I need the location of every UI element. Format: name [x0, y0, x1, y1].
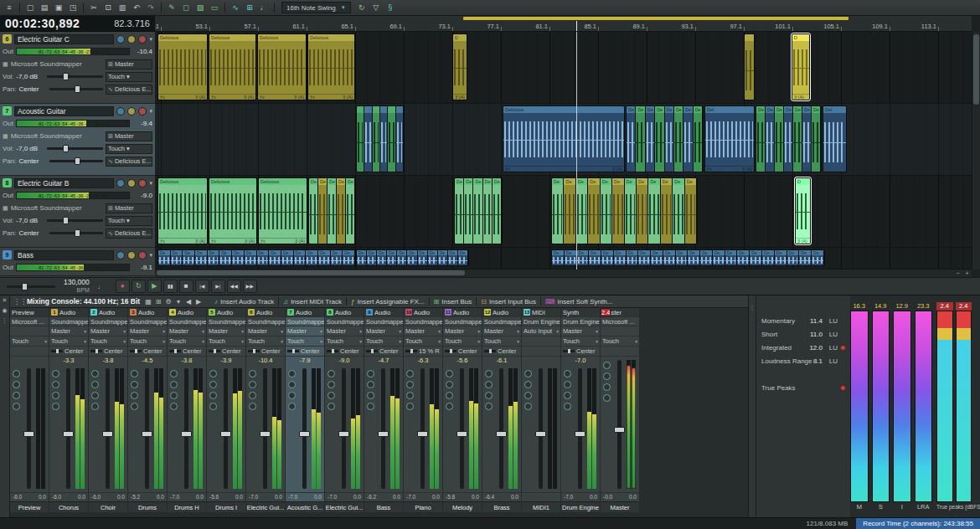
insert-midi-track-button[interactable]: ♫Insert MIDI Track: [281, 298, 344, 306]
solo-button[interactable]: [91, 381, 99, 388]
pause-button[interactable]: ▮▮: [163, 280, 178, 293]
snap-to-grid-icon[interactable]: ⊞: [243, 2, 256, 14]
fx-button[interactable]: [446, 403, 453, 410]
tempo-display[interactable]: 130,000 BPM: [64, 279, 90, 293]
mute-button[interactable]: [116, 107, 125, 116]
solo-button[interactable]: [406, 381, 414, 388]
channel-bus-selector[interactable]: Master: [287, 327, 307, 335]
volume-slider[interactable]: [47, 147, 103, 150]
channel-bus-selector[interactable]: Master: [90, 327, 110, 335]
go-to-start-button[interactable]: |◀: [195, 280, 209, 293]
slider-thumb[interactable]: [63, 73, 69, 80]
swing-select[interactable]: 16th Note Swing ▼: [281, 2, 351, 13]
insert-input-bus-button[interactable]: ⊟Insert Input Bus: [478, 298, 539, 306]
audio-clip[interactable]: Delƒx3 (A): [704, 105, 755, 172]
output-device[interactable]: Microsoft Soundmapper: [11, 204, 103, 212]
render-icon[interactable]: ◳: [66, 2, 80, 14]
track-height-slider[interactable]: [7, 285, 55, 288]
pan-slider[interactable]: [90, 350, 102, 352]
layout-icon[interactable]: ⊞: [153, 298, 163, 306]
zoom-in-button[interactable]: +: [962, 270, 972, 277]
output-device[interactable]: Microsoft Soundmapper: [11, 60, 103, 68]
view-dropdown-icon[interactable]: ▾: [173, 298, 183, 306]
fader-thumb[interactable]: [614, 427, 625, 433]
mute-button[interactable]: [13, 370, 20, 377]
automation-mode-selector[interactable]: Touch: [287, 337, 304, 345]
bus-selector[interactable]: ⊞Master: [106, 131, 152, 141]
audio-clip[interactable]: Deliciousƒx3 (A): [209, 177, 257, 244]
automation-mode-selector[interactable]: Touch: [12, 337, 28, 345]
fader-thumb[interactable]: [102, 431, 113, 437]
channel-device-selector[interactable]: Soundmapper: [130, 318, 167, 326]
close-icon[interactable]: ✕: [3, 297, 8, 304]
menu-icon[interactable]: ≡: [3, 2, 16, 14]
insert-assignable-fx-button[interactable]: ƒInsert Assignable FX...: [348, 298, 427, 306]
record-arm-button[interactable]: [13, 392, 20, 399]
fader-thumb[interactable]: [535, 431, 546, 437]
mute-button[interactable]: [406, 370, 414, 377]
volume-fader[interactable]: [420, 368, 425, 489]
fx-button[interactable]: [288, 403, 296, 410]
pan-slider[interactable]: [209, 350, 220, 352]
audio-clip[interactable]: Deliciousƒx3 (A): [157, 33, 208, 100]
record-arm-button[interactable]: [406, 392, 414, 399]
fader-thumb[interactable]: [456, 431, 467, 437]
automation-mode-selector[interactable]: Touch: [445, 337, 462, 345]
track-name[interactable]: Electric Guitar C: [14, 34, 114, 44]
record-arm-button[interactable]: [138, 107, 147, 116]
channel-bus-selector[interactable]: Master: [169, 327, 188, 335]
audio-clip[interactable]: DeDeDeDeDeDeDeDeDeDeDe: [356, 249, 469, 266]
fx-chain-button[interactable]: ∿Delicious E...: [106, 157, 152, 167]
solo-button[interactable]: [564, 381, 571, 388]
channel-device-selector[interactable]: Drum Engine: [524, 318, 560, 326]
slider-thumb[interactable]: [75, 229, 80, 237]
dock-menu-icon[interactable]: ▦: [143, 298, 153, 306]
record-arm-button[interactable]: [524, 392, 532, 399]
solo-button[interactable]: [524, 381, 532, 388]
pan-slider[interactable]: [130, 350, 142, 352]
mixer-channel-strip[interactable]: 7AudioSoundmapperMaster▾Touch▾Center-7.9…: [286, 308, 324, 512]
channel-device-selector[interactable]: Drum Engine: [563, 318, 600, 326]
channel-device-selector[interactable]: Soundmapper: [51, 318, 88, 326]
erase-tool-icon[interactable]: ▭: [208, 2, 221, 14]
channel-bus-selector[interactable]: Master: [366, 327, 385, 335]
fx-button[interactable]: [603, 394, 611, 402]
record-arm-button[interactable]: [138, 35, 147, 44]
solo-button[interactable]: [127, 179, 136, 187]
solo-button[interactable]: [131, 381, 138, 388]
pan-slider[interactable]: [563, 350, 575, 352]
channel-device-selector[interactable]: Microsoft ...: [602, 318, 635, 326]
timeline-ruler[interactable]: 49.153.157.161.165.169.173.177.181.185.1…: [155, 16, 972, 32]
mixer-channel-strip[interactable]: 13MIDIDrum EngineAuto Input▾MIDI1: [522, 308, 560, 512]
volume-fader[interactable]: [381, 368, 385, 489]
track-menu-icon[interactable]: ▾: [149, 108, 152, 115]
volume-fader[interactable]: [342, 368, 346, 489]
mute-button[interactable]: [328, 370, 335, 377]
volume-fader[interactable]: [460, 368, 464, 489]
record-arm-button[interactable]: [170, 392, 178, 399]
rewind-button[interactable]: ◀◀: [227, 280, 241, 293]
fx-button[interactable]: [367, 403, 374, 410]
settings-gear-icon[interactable]: ⚙: [163, 298, 173, 306]
pan-slider[interactable]: [248, 350, 260, 352]
mixer-channel-strip[interactable]: 6AudioSoundmapperMaster▾Touch▾Center-10.…: [246, 308, 285, 512]
volume-fader[interactable]: [578, 368, 582, 489]
solo-button[interactable]: [52, 381, 59, 388]
metronome-icon[interactable]: ♩: [257, 2, 271, 14]
automation-mode-selector[interactable]: Touch▾: [106, 216, 152, 226]
metronome-icon[interactable]: ♩: [98, 284, 104, 290]
panel-divider[interactable]: ⋮: [748, 295, 756, 518]
track-menu-icon[interactable]: ▾: [149, 180, 152, 187]
record-arm-button[interactable]: [446, 392, 453, 399]
fx-button[interactable]: [131, 403, 138, 410]
audio-clip[interactable]: D3 (A): [795, 177, 811, 244]
volume-fader[interactable]: [263, 368, 267, 489]
volume-fader[interactable]: [617, 360, 622, 489]
solo-button[interactable]: [446, 381, 453, 388]
loop-button[interactable]: ↻: [132, 280, 146, 293]
go-to-end-button[interactable]: ▶|: [211, 280, 225, 293]
track-name[interactable]: Bass: [14, 250, 114, 260]
solo-button[interactable]: [170, 381, 178, 388]
arrangement-area[interactable]: Deliciousƒx3 (A)Deliciousƒx3 (A)Deliciou…: [155, 32, 972, 270]
pan-slider[interactable]: [51, 350, 63, 352]
